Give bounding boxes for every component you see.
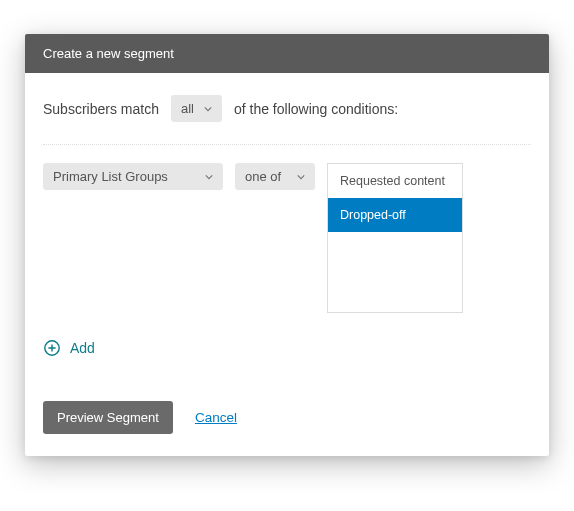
condition-field-select[interactable]: Primary List Groups: [43, 163, 223, 190]
modal-header: Create a new segment: [25, 34, 549, 73]
chevron-down-icon: [297, 173, 305, 181]
modal-body: Subscribers match all of the following c…: [25, 73, 549, 456]
condition-operator-value: one of: [245, 169, 281, 184]
option-requested-content[interactable]: Requested content: [328, 164, 462, 198]
preview-segment-button[interactable]: Preview Segment: [43, 401, 173, 434]
match-suffix-label: of the following conditions:: [234, 101, 398, 117]
condition-value-listbox[interactable]: Requested content Dropped-off: [327, 163, 463, 313]
match-prefix-label: Subscribers match: [43, 101, 159, 117]
add-condition-button[interactable]: Add: [43, 339, 95, 357]
condition-operator-select[interactable]: one of: [235, 163, 315, 190]
option-label: Requested content: [340, 174, 445, 188]
chevron-down-icon: [205, 173, 213, 181]
preview-label: Preview Segment: [57, 410, 159, 425]
add-label: Add: [70, 340, 95, 356]
option-label: Dropped-off: [340, 208, 406, 222]
modal-title: Create a new segment: [43, 46, 174, 61]
match-mode-value: all: [181, 101, 194, 116]
option-dropped-off[interactable]: Dropped-off: [328, 198, 462, 232]
cancel-link[interactable]: Cancel: [195, 410, 237, 425]
condition-row: Primary List Groups one of Requested con…: [43, 163, 531, 313]
chevron-down-icon: [204, 105, 212, 113]
cancel-label: Cancel: [195, 410, 237, 425]
modal-footer: Preview Segment Cancel: [43, 401, 531, 434]
match-conditions-row: Subscribers match all of the following c…: [43, 95, 531, 145]
plus-circle-icon: [43, 339, 61, 357]
match-mode-select[interactable]: all: [171, 95, 222, 122]
condition-field-value: Primary List Groups: [53, 169, 168, 184]
create-segment-modal: Create a new segment Subscribers match a…: [25, 34, 549, 456]
